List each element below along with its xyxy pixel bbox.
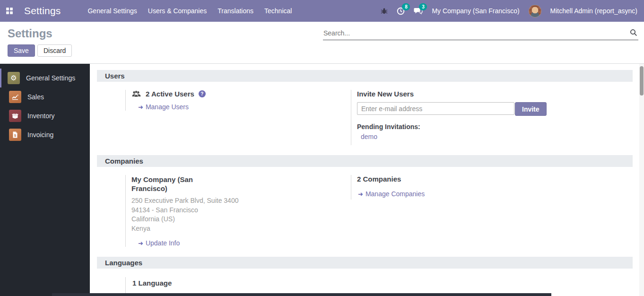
arrow-right-icon: ➜	[138, 104, 143, 111]
menu-translations[interactable]: Translations	[218, 5, 253, 17]
navbar-right: 8 3 My Company (San Francisco) Mitchell …	[381, 5, 637, 17]
control-panel: Settings Save Discard	[0, 22, 644, 64]
sidebar-item-inventory[interactable]: Inventory	[0, 106, 90, 125]
top-navbar: Settings General Settings Users & Compan…	[0, 0, 644, 22]
activities-clock-icon[interactable]: 8	[397, 7, 405, 15]
sidebar-item-general-settings[interactable]: ⚙ General Settings	[0, 69, 90, 87]
gear-icon: ⚙	[8, 72, 20, 84]
address-line: 94134 - San Francisco	[131, 206, 351, 215]
address-line: Kenya	[131, 224, 351, 234]
user-avatar[interactable]	[529, 5, 541, 17]
search-input[interactable]	[323, 28, 638, 40]
app-brand[interactable]: Settings	[24, 5, 61, 17]
invite-button[interactable]: Invite	[515, 102, 547, 116]
messages-chat-icon[interactable]: 3	[414, 7, 423, 15]
menu-general-settings[interactable]: General Settings	[87, 5, 137, 17]
company-address: 250 Executive Park Blvd, Suite 3400 9413…	[131, 196, 351, 233]
activity-count-badge: 8	[402, 3, 410, 10]
companies-count: 2 Companies	[357, 175, 633, 183]
manage-companies-link[interactable]: ➜ Manage Companies	[358, 190, 633, 198]
sidebar-item-invoicing[interactable]: $ Invoicing	[0, 125, 90, 144]
debug-bug-icon[interactable]	[381, 8, 388, 15]
scrollbar-thumb[interactable]	[640, 66, 644, 96]
section-header-languages: Languages	[97, 257, 633, 269]
vertical-scrollbar[interactable]	[639, 64, 644, 296]
invite-title: Invite New Users	[357, 90, 633, 98]
invite-users-box: Invite New Users Invite Pending Invitati…	[351, 90, 633, 145]
pending-invite-demo[interactable]: demo	[361, 133, 633, 140]
section-header-users: Users	[97, 70, 633, 82]
page-title: Settings	[8, 27, 52, 40]
companies-count-box: 2 Companies ➜ Manage Companies	[351, 175, 633, 200]
update-info-link[interactable]: ➜ Update Info	[138, 239, 351, 247]
navbar-menu: General Settings Users & Companies Trans…	[87, 5, 292, 17]
menu-technical[interactable]: Technical	[264, 5, 292, 17]
active-users-count: 2 Active Users	[146, 90, 194, 98]
settings-sidebar: ⚙ General Settings Sales Inventory $ Inv	[0, 64, 90, 296]
save-button[interactable]: Save	[8, 44, 35, 57]
content-area: ⚙ General Settings Sales Inventory $ Inv	[0, 64, 644, 296]
inventory-box-icon	[9, 110, 21, 122]
message-count-badge: 3	[419, 3, 427, 10]
users-row: 2 Active Users ? ➜ Manage Users Invite N…	[125, 90, 633, 145]
company-info-box: My Company (San Francisco) 250 Executive…	[125, 175, 351, 247]
search-icon[interactable]	[630, 29, 637, 36]
company-name: My Company (San Francisco)	[131, 175, 202, 193]
active-users-box: 2 Active Users ? ➜ Manage Users	[125, 90, 351, 111]
settings-main-panel: Users 2 Active Users ? ➜ Manage Users	[90, 64, 644, 296]
search-bar	[323, 28, 638, 40]
section-header-companies: Companies	[97, 155, 633, 167]
users-group-icon	[131, 90, 141, 98]
companies-row: My Company (San Francisco) 250 Executive…	[125, 175, 633, 247]
arrow-right-icon: ➜	[358, 191, 363, 198]
apps-menu-icon[interactable]	[6, 8, 13, 15]
pending-invitations-label: Pending Invitations:	[357, 123, 633, 131]
language-count: 1 Language	[132, 279, 172, 287]
address-line: 250 Executive Park Blvd, Suite 3400	[131, 196, 351, 206]
manage-users-link[interactable]: ➜ Manage Users	[138, 103, 351, 111]
invite-email-input[interactable]	[357, 102, 514, 115]
discard-button[interactable]: Discard	[37, 44, 72, 57]
arrow-right-icon: ➜	[138, 240, 143, 247]
invoice-icon: $	[9, 129, 21, 141]
form-buttons: Save Discard	[8, 44, 72, 57]
sales-chart-icon	[9, 91, 21, 103]
sidebar-item-sales[interactable]: Sales	[0, 87, 90, 106]
help-icon[interactable]: ?	[199, 90, 206, 97]
company-switcher[interactable]: My Company (San Francisco)	[432, 7, 519, 15]
settings-app: Settings General Settings Users & Compan…	[0, 0, 644, 296]
bottom-horizontal-bar	[52, 293, 551, 296]
menu-users-companies[interactable]: Users & Companies	[148, 5, 207, 17]
user-menu[interactable]: Mitchell Admin (report_async)	[550, 7, 637, 15]
address-line: California (US)	[131, 215, 351, 224]
